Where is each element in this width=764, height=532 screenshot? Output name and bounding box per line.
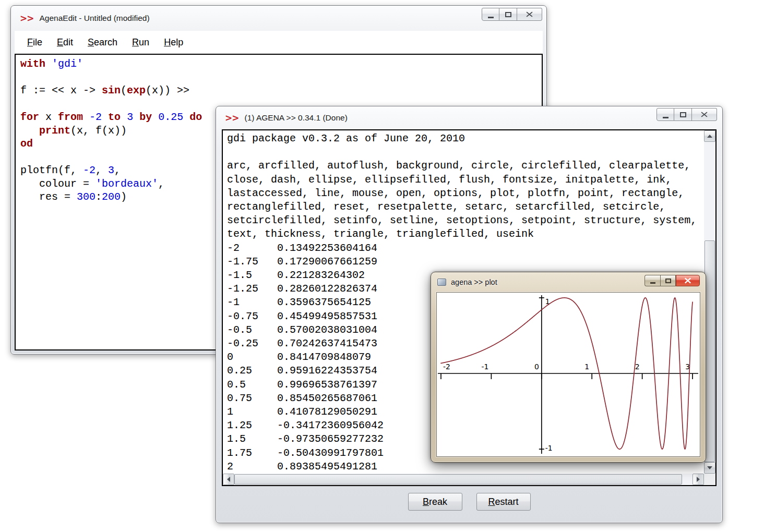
close-icon (526, 11, 533, 17)
scrollbar-corner (704, 474, 715, 485)
restart-button[interactable]: Restart (476, 493, 531, 511)
maximize-button[interactable] (674, 108, 692, 121)
svg-text:-1: -1 (482, 362, 489, 371)
maximize-icon (505, 12, 511, 17)
svg-text:-2: -2 (443, 362, 450, 371)
maximize-button[interactable] (499, 8, 517, 21)
terminal-window-title: (1) AGENA >> 0.34.1 (Done) (245, 113, 348, 123)
plot-window: agena >> plot -2-101231-1 (431, 272, 706, 463)
plot-canvas: -2-101231-1 (436, 292, 700, 457)
plot-window-title: agena >> plot (451, 278, 497, 286)
arrow-down-icon (707, 466, 712, 469)
horizontal-scrollbar-thumb[interactable] (234, 474, 682, 485)
arrow-left-icon (227, 477, 230, 482)
minimize-icon (650, 282, 655, 284)
svg-text:0: 0 (534, 362, 539, 371)
agena-logo-icon: >> (20, 13, 34, 23)
plot-close-button[interactable] (676, 275, 700, 286)
menu-edit[interactable]: Edit (50, 34, 80, 51)
break-button[interactable]: Break (408, 493, 462, 511)
maximize-icon (680, 112, 686, 117)
svg-text:2: 2 (635, 362, 640, 371)
svg-text:-1: -1 (545, 444, 553, 452)
maximize-icon (665, 279, 671, 283)
minimize-button[interactable] (656, 108, 674, 121)
menu-run[interactable]: Run (125, 34, 157, 51)
menu-help[interactable]: Help (157, 34, 190, 51)
agena-logo-icon: >> (225, 113, 239, 123)
close-button[interactable] (517, 8, 542, 21)
plot-maximize-button[interactable] (660, 275, 676, 286)
plot-window-icon (437, 279, 446, 286)
horizontal-scrollbar[interactable] (223, 474, 704, 485)
vertical-scrollbar-thumb[interactable] (705, 240, 715, 462)
close-icon (684, 277, 691, 284)
scroll-left-button[interactable] (223, 474, 234, 485)
terminal-titlebar[interactable]: >> (1) AGENA >> 0.34.1 (Done) (216, 106, 722, 129)
menu-search[interactable]: Search (80, 34, 125, 51)
terminal-caption-buttons (656, 108, 717, 121)
minimize-button[interactable] (482, 8, 499, 21)
menu-file[interactable]: File (20, 34, 50, 51)
agenaedit-caption-buttons (482, 8, 542, 21)
arrow-up-icon (707, 135, 712, 138)
close-button[interactable] (692, 108, 717, 121)
minimize-icon (488, 17, 494, 18)
plot-caption-buttons (644, 275, 700, 286)
scroll-right-button[interactable] (693, 474, 704, 485)
scroll-down-button[interactable] (704, 462, 715, 474)
close-icon (701, 112, 708, 117)
minimize-icon (663, 117, 668, 118)
arrow-right-icon (697, 477, 700, 482)
menu-bar: File Edit Search Run Help (15, 31, 543, 54)
plot-minimize-button[interactable] (644, 275, 660, 286)
scroll-up-button[interactable] (704, 130, 715, 142)
terminal-button-row: Break Restart (216, 493, 722, 511)
agenaedit-window-title: AgenaEdit - Untitled (modified) (40, 14, 150, 23)
svg-text:1: 1 (584, 362, 589, 371)
function-plot: -2-101231-1 (437, 293, 700, 456)
agenaedit-titlebar[interactable]: >> AgenaEdit - Untitled (modified) (11, 6, 546, 31)
